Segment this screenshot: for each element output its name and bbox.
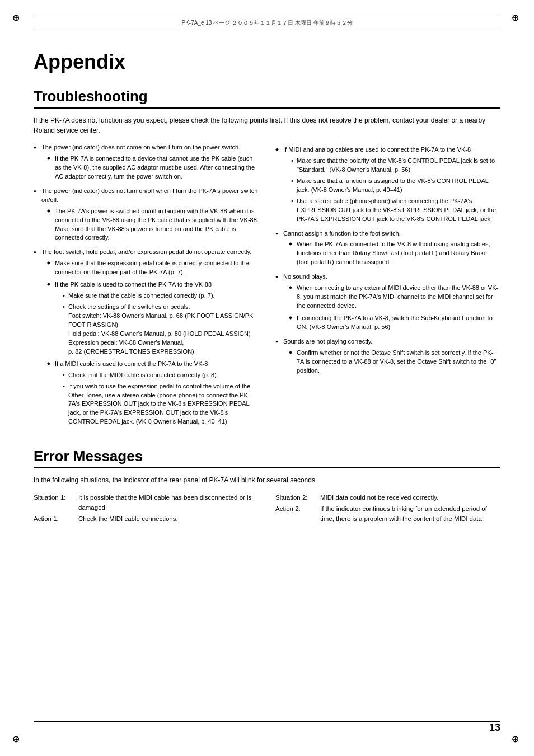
- sub-sub-list: Make sure that the cable is connected co…: [63, 292, 259, 356]
- error-intro: In the following situations, the indicat…: [34, 475, 500, 485]
- list-item: If you wish to use the expression pedal …: [63, 382, 259, 427]
- list-item: The power (indicator) does not turn on/o…: [34, 187, 259, 243]
- item-text: The foot switch, hold pedal, and/or expr…: [41, 248, 251, 255]
- reg-mark-tl: ⊕: [12, 12, 22, 22]
- sub-list: The PK-7A's power is switched on/off in …: [47, 207, 259, 243]
- sub-list: Make sure that the expression pedal cabl…: [47, 259, 259, 426]
- sub-sub-list: Check that the MIDI cable is connected c…: [63, 371, 259, 427]
- situation2-label: Situation 2:: [275, 493, 320, 503]
- troubleshooting-title: Troubleshooting: [34, 88, 500, 109]
- item-text: The power (indicator) does not come on w…: [41, 144, 240, 151]
- sub-list: If the PK-7A is connected to a device th…: [47, 154, 259, 181]
- reg-mark-bl: ⊕: [12, 734, 22, 744]
- sub-sub-list: Make sure that the polarity of the VK-8'…: [291, 157, 500, 224]
- list-item: No sound plays. When connecting to any e…: [275, 273, 500, 332]
- list-item: Make sure that the polarity of the VK-8'…: [291, 157, 500, 175]
- reg-mark-br: ⊕: [512, 734, 522, 744]
- item-text: Sounds are not playing correctly.: [283, 338, 372, 345]
- list-item: Cannot assign a function to the foot swi…: [275, 229, 500, 267]
- list-item: Confirm whether or not the Octave Shift …: [289, 349, 500, 375]
- item-text: The power (indicator) does not turn on/o…: [41, 187, 257, 203]
- list-item: Make sure that the expression pedal cabl…: [47, 259, 259, 277]
- list-item: The power (indicator) does not come on w…: [34, 143, 259, 181]
- error-right: Situation 2: MIDI data could not be rece…: [275, 493, 500, 524]
- list-item: Check the settings of the switches or pe…: [63, 303, 259, 356]
- troubleshooting-columns: The power (indicator) does not come on w…: [34, 143, 500, 432]
- sub-list: Confirm whether or not the Octave Shift …: [289, 349, 500, 375]
- list-item: If MIDI and analog cables are used to co…: [275, 145, 500, 224]
- troubleshooting-intro: If the PK-7A does not function as you ex…: [34, 115, 500, 135]
- list-item: If a MIDI cable is used to connect the P…: [47, 360, 259, 427]
- action2-row: Action 2: If the indicator continues bli…: [275, 504, 500, 524]
- left-bullet-list: The power (indicator) does not come on w…: [34, 143, 259, 426]
- header-info: PK-7A_e 13 ページ ２００５年１１月１７日 木曜日 午前９時５２分: [181, 19, 352, 27]
- error-messages-section: Error Messages In the following situatio…: [34, 448, 500, 524]
- situation1-label: Situation 1:: [34, 493, 78, 513]
- list-item: If the PK-7A is connected to a device th…: [47, 154, 259, 181]
- item-text: Cannot assign a function to the foot swi…: [283, 230, 401, 237]
- right-column: If MIDI and analog cables are used to co…: [275, 143, 500, 432]
- error-left: Situation 1: It is possible that the MID…: [34, 493, 259, 524]
- list-item: Make sure that a function is assigned to…: [291, 177, 500, 195]
- right-bullet-list: If MIDI and analog cables are used to co…: [275, 145, 500, 375]
- sub-list: If MIDI and analog cables are used to co…: [275, 145, 500, 224]
- list-item: The foot switch, hold pedal, and/or expr…: [34, 248, 259, 426]
- reg-mark-tr: ⊕: [512, 12, 522, 22]
- sub-list: When connecting to any external MIDI dev…: [289, 284, 500, 332]
- sub-list: When the PK-7A is connected to the VK-8 …: [289, 240, 500, 267]
- appendix-title: Appendix: [34, 50, 500, 77]
- action1-row: Action 1: Check the MIDI cable connectio…: [34, 514, 259, 524]
- page: ⊕ ⊕ ⊕ ⊕ PK-7A_e 13 ページ ２００５年１１月１７日 木曜日 午…: [0, 0, 534, 756]
- list-item: When connecting to any external MIDI dev…: [289, 284, 500, 311]
- situation2-row: Situation 2: MIDI data could not be rece…: [275, 493, 500, 503]
- list-item: If the PK cable is used to connect the P…: [47, 280, 259, 356]
- list-item: The PK-7A's power is switched on/off in …: [47, 207, 259, 243]
- bottom-line: [34, 721, 500, 722]
- situation1-text: It is possible that the MIDI cable has b…: [78, 493, 259, 513]
- situation2-text: MIDI data could not be received correctl…: [320, 493, 500, 503]
- page-number: 13: [489, 722, 500, 734]
- list-item: Check that the MIDI cable is connected c…: [63, 371, 259, 380]
- action1-text: Check the MIDI cable connections.: [78, 514, 259, 524]
- action2-label: Action 2:: [275, 504, 320, 524]
- list-item: Use a stereo cable (phone-phone) when co…: [291, 197, 500, 224]
- action2-text: If the indicator continues blinking for …: [320, 504, 500, 524]
- list-item: If connecting the PK-7A to a VK-8, switc…: [289, 314, 500, 332]
- left-column: The power (indicator) does not come on w…: [34, 143, 259, 432]
- list-item: Make sure that the cable is connected co…: [63, 292, 259, 300]
- header-bar: PK-7A_e 13 ページ ２００５年１１月１７日 木曜日 午前９時５２分: [34, 17, 500, 29]
- action1-label: Action 1:: [34, 514, 78, 524]
- list-item: If MIDI and analog cables are used to co…: [275, 145, 500, 224]
- item-text: No sound plays.: [283, 273, 327, 280]
- content: Appendix Troubleshooting If the PK-7A do…: [34, 50, 500, 524]
- list-item: When the PK-7A is connected to the VK-8 …: [289, 240, 500, 267]
- list-item: Sounds are not playing correctly. Confir…: [275, 337, 500, 375]
- situation1-row: Situation 1: It is possible that the MID…: [34, 493, 259, 513]
- error-table: Situation 1: It is possible that the MID…: [34, 493, 500, 524]
- error-messages-title: Error Messages: [34, 448, 500, 468]
